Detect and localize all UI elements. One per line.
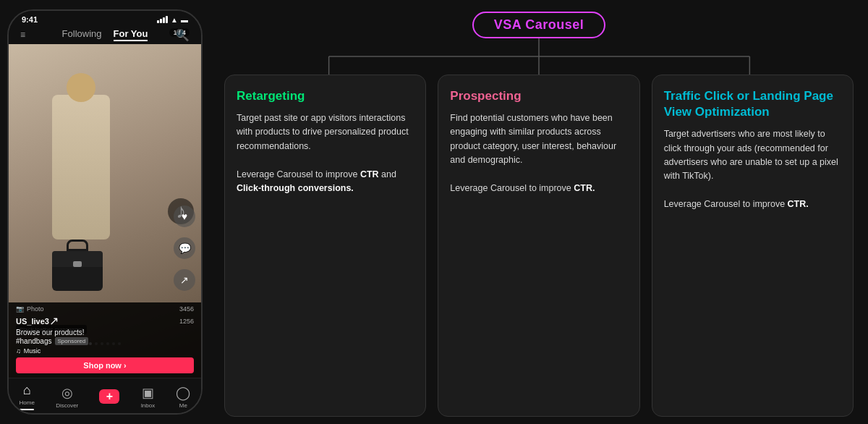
comment-button[interactable]: 💬 xyxy=(174,237,195,259)
nav-bar: ≡ Following For You 🔍 1 / 4 xyxy=(9,25,201,44)
home-label: Home xyxy=(20,399,35,406)
prospecting-title: Prospecting xyxy=(450,88,627,104)
photo-icon: 📷 xyxy=(16,305,24,313)
retargeting-title: Retargeting xyxy=(237,88,414,104)
prospecting-card: Prospecting Find potential customers who… xyxy=(438,75,639,417)
view-count: 3456 xyxy=(179,305,194,313)
status-icons: ▲ ▬ xyxy=(157,16,188,24)
username: US_live3 xyxy=(16,317,49,326)
retargeting-body: Target past site or app visitors interac… xyxy=(237,111,414,195)
home-icon: ⌂ xyxy=(23,383,31,398)
like-button[interactable]: ♥ xyxy=(174,205,195,227)
nav-left: ≡ xyxy=(20,30,25,40)
description: Browse our products! xyxy=(16,328,85,336)
product-image: ♪ ♥ 💬 ↗ Black leather messenger xyxy=(9,44,201,378)
nav-profile[interactable]: ◯ Me xyxy=(176,385,190,409)
tab-following[interactable]: Following xyxy=(62,28,102,41)
nav-create[interactable]: + xyxy=(99,389,119,404)
traffic-title: Traffic Click or Landing Page View Optim… xyxy=(664,88,841,120)
connector-area xyxy=(224,38,854,75)
profile-icon: ◯ xyxy=(176,385,190,401)
share-count: 1256 xyxy=(179,318,194,325)
tab-for-you[interactable]: For You xyxy=(114,28,148,41)
info-bar: 📷 Photo 3456 US_live3 ↗ 1256 Browse our … xyxy=(9,302,201,378)
vsa-label-container: VSA Carousel xyxy=(224,12,854,38)
wifi-icon: ▲ xyxy=(171,16,178,24)
nav-home[interactable]: ⌂ Home xyxy=(20,383,35,410)
signal-icon xyxy=(157,16,168,23)
shop-now-button[interactable]: Shop now › xyxy=(16,357,194,373)
phone-content: ♪ ♥ 💬 ↗ Black leather messenger xyxy=(9,44,201,378)
battery-icon: ▬ xyxy=(181,16,188,24)
nav-tabs[interactable]: Following For You xyxy=(62,28,148,41)
discover-label: Discover xyxy=(56,402,78,409)
hashtag: #handbags xyxy=(16,337,52,345)
inbox-label: Inbox xyxy=(141,402,156,409)
nav-discover[interactable]: ◎ Discover xyxy=(56,385,78,409)
music-label: Music xyxy=(24,347,41,355)
diagram-section: VSA Carousel Retargeting Target past sit… xyxy=(210,0,868,424)
bag-handle xyxy=(67,239,88,251)
phone-mockup: 9:41 ▲ ▬ ≡ Following For You 🔍 1 / 4 xyxy=(0,0,210,424)
profile-label: Me xyxy=(179,402,187,409)
time-display: 9:41 xyxy=(22,15,38,24)
music-note-icon: ♫ xyxy=(16,347,21,355)
connector-lines xyxy=(224,38,854,75)
status-bar: 9:41 ▲ ▬ xyxy=(9,11,201,25)
inbox-icon: ▣ xyxy=(142,385,154,401)
share-icon[interactable]: ↗ xyxy=(49,314,59,328)
traffic-body: Target advertisers who are most likely t… xyxy=(664,127,841,211)
bottom-nav: ⌂ Home ◎ Discover + ▣ Inbox ◯ Me xyxy=(9,378,201,413)
create-icon[interactable]: + xyxy=(99,389,119,404)
bag-body xyxy=(52,251,103,291)
phone-frame: 9:41 ▲ ▬ ≡ Following For You 🔍 1 / 4 xyxy=(7,9,203,415)
retargeting-card: Retargeting Target past site or app visi… xyxy=(224,75,426,417)
side-actions: ♥ 💬 ↗ xyxy=(174,205,195,291)
nav-inbox[interactable]: ▣ Inbox xyxy=(141,385,156,409)
carousel-indicator: 1 / 4 xyxy=(169,28,190,37)
share-button[interactable]: ↗ xyxy=(174,269,195,291)
prospecting-body: Find potential customers who have been e… xyxy=(450,111,627,195)
content-type: Photo xyxy=(27,305,44,313)
sponsored-badge: Sponsored xyxy=(55,337,89,345)
traffic-card: Traffic Click or Landing Page View Optim… xyxy=(652,75,854,417)
vsa-label: VSA Carousel xyxy=(472,12,605,38)
cards-row: Retargeting Target past site or app visi… xyxy=(224,75,854,417)
discover-icon: ◎ xyxy=(61,385,73,401)
